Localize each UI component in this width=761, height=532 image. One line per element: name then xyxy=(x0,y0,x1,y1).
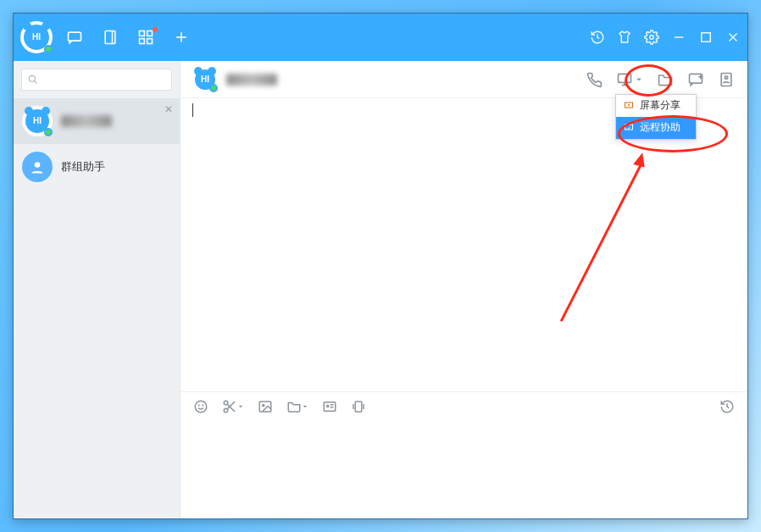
menu-item-remote-assist[interactable]: 远程协助 xyxy=(616,117,696,139)
svg-point-31 xyxy=(224,408,228,413)
text-cursor xyxy=(192,103,193,117)
chat-avatar[interactable]: HI xyxy=(192,67,218,92)
remote-desktop-dropdown-button[interactable] xyxy=(615,70,644,89)
svg-rect-4 xyxy=(147,31,153,36)
minimize-button[interactable] xyxy=(671,30,686,45)
folder-icon[interactable] xyxy=(656,70,675,89)
contact-item[interactable]: 群组助手 xyxy=(14,144,180,190)
main-avatar[interactable]: HI xyxy=(20,21,53,53)
contact-name: 群组助手 xyxy=(61,159,105,175)
svg-point-26 xyxy=(725,75,727,78)
svg-point-27 xyxy=(195,401,207,413)
call-icon[interactable] xyxy=(585,70,603,89)
add-chat-icon[interactable] xyxy=(686,70,705,89)
status-online-dot xyxy=(44,45,53,53)
contact-item[interactable]: HI ✕ xyxy=(14,98,180,144)
messages-icon[interactable] xyxy=(66,29,83,46)
svg-rect-6 xyxy=(147,39,153,44)
svg-rect-40 xyxy=(355,402,362,412)
svg-rect-11 xyxy=(702,33,711,42)
skin-icon[interactable] xyxy=(617,30,632,45)
image-icon[interactable] xyxy=(257,398,274,415)
svg-point-28 xyxy=(198,405,199,406)
svg-rect-5 xyxy=(140,39,145,44)
maximize-button[interactable] xyxy=(698,30,714,45)
svg-point-30 xyxy=(224,401,228,405)
svg-rect-36 xyxy=(324,402,336,412)
search-input[interactable] xyxy=(21,69,172,91)
svg-point-37 xyxy=(327,405,329,407)
chat-header: HI 屏幕分享 xyxy=(181,61,747,98)
add-icon[interactable] xyxy=(173,29,190,46)
close-button[interactable] xyxy=(725,30,741,45)
card-icon[interactable] xyxy=(321,398,338,415)
contacts-icon[interactable] xyxy=(102,29,119,46)
svg-point-14 xyxy=(29,75,35,81)
apps-icon[interactable] xyxy=(137,29,154,46)
input-history-icon[interactable] xyxy=(719,398,736,415)
scissors-icon[interactable] xyxy=(221,398,245,415)
svg-rect-1 xyxy=(105,31,115,44)
svg-point-35 xyxy=(263,404,264,406)
svg-point-16 xyxy=(35,162,41,168)
chat-panel: HI 屏幕分享 xyxy=(181,61,747,518)
svg-point-9 xyxy=(650,36,654,40)
history-icon[interactable] xyxy=(590,30,605,45)
sidebar: HI ✕ 群组助手 xyxy=(14,61,181,518)
shake-icon[interactable] xyxy=(350,398,367,415)
app-window: HI xyxy=(13,13,748,519)
menu-item-screen-share[interactable]: 屏幕分享 xyxy=(616,95,696,117)
svg-rect-17 xyxy=(619,74,631,82)
svg-rect-0 xyxy=(69,32,81,41)
contact-name-obscured xyxy=(61,115,112,127)
chat-input-area xyxy=(181,391,747,518)
svg-rect-3 xyxy=(140,31,145,36)
close-contact-icon[interactable]: ✕ xyxy=(164,103,173,115)
chat-message-area[interactable] xyxy=(181,98,747,391)
text-input[interactable] xyxy=(181,421,747,518)
menu-item-label: 远程协助 xyxy=(640,120,680,135)
chat-title-obscured xyxy=(226,74,277,86)
settings-icon[interactable] xyxy=(644,30,659,45)
notification-dot xyxy=(153,27,158,32)
svg-line-15 xyxy=(34,80,36,83)
menu-item-label: 屏幕分享 xyxy=(640,98,680,113)
svg-point-29 xyxy=(203,405,203,406)
emoji-icon[interactable] xyxy=(192,398,209,415)
remote-dropdown-menu: 屏幕分享 远程协助 xyxy=(615,94,697,140)
titlebar: HI xyxy=(14,14,747,61)
folder-send-icon[interactable] xyxy=(286,398,309,415)
profile-icon[interactable] xyxy=(717,70,736,89)
